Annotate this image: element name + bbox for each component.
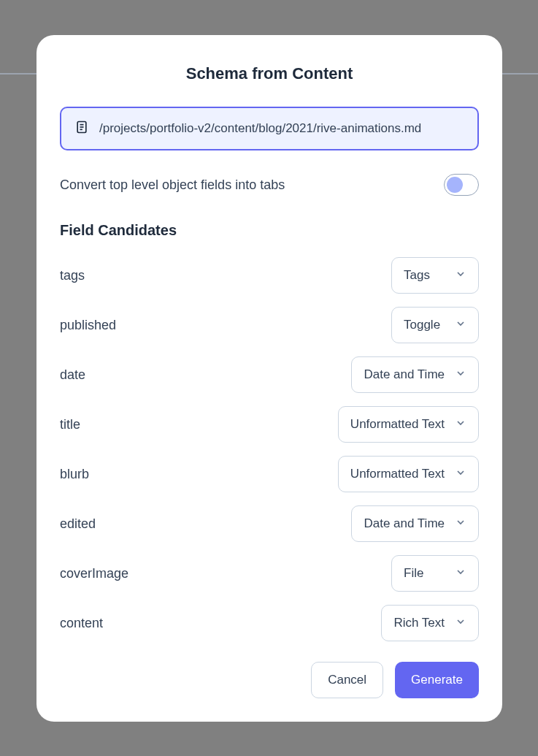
fields-list: tags Tags published Toggle date Date and… <box>60 256 479 644</box>
chevron-down-icon <box>455 318 466 332</box>
field-type-select[interactable]: Date and Time <box>351 356 479 393</box>
field-row: date Date and Time <box>60 356 479 394</box>
field-type-select[interactable]: Unformatted Text <box>338 406 479 443</box>
field-row: blurb Unformatted Text <box>60 455 479 493</box>
field-name-label: coverImage <box>60 566 128 581</box>
convert-tabs-row: Convert top level object fields into tab… <box>60 174 479 196</box>
field-type-value: Unformatted Text <box>350 467 445 481</box>
field-name-label: published <box>60 318 116 333</box>
chevron-down-icon <box>455 616 466 630</box>
field-type-select[interactable]: Tags <box>391 257 479 294</box>
field-type-value: Tags <box>404 268 430 283</box>
field-row: coverImage File <box>60 554 479 592</box>
field-name-label: tags <box>60 268 85 283</box>
field-type-value: File <box>404 566 423 581</box>
file-path-input[interactable]: /projects/portfolio-v2/content/blog/2021… <box>60 107 479 150</box>
chevron-down-icon <box>455 566 466 581</box>
field-type-value: Date and Time <box>364 516 445 531</box>
chevron-down-icon <box>455 367 466 382</box>
field-name-label: blurb <box>60 467 89 482</box>
document-icon <box>74 120 89 137</box>
field-name-label: title <box>60 417 80 432</box>
field-row: tags Tags <box>60 256 479 294</box>
chevron-down-icon <box>455 268 466 283</box>
file-path-text: /projects/portfolio-v2/content/blog/2021… <box>99 121 421 136</box>
field-row: published Toggle <box>60 306 479 344</box>
field-name-label: date <box>60 367 85 383</box>
field-type-select[interactable]: Unformatted Text <box>338 456 479 492</box>
field-row: content Rich Text <box>60 604 479 642</box>
field-name-label: edited <box>60 516 96 532</box>
field-candidates-heading: Field Candidates <box>60 222 479 239</box>
field-type-select[interactable]: File <box>391 555 479 592</box>
chevron-down-icon <box>455 516 466 531</box>
field-type-select[interactable]: Date and Time <box>351 505 479 542</box>
field-type-value: Rich Text <box>393 616 445 630</box>
toggle-knob <box>447 177 463 193</box>
field-type-value: Toggle <box>404 318 440 332</box>
convert-tabs-toggle[interactable] <box>444 174 479 196</box>
modal-title: Schema from Content <box>60 64 479 83</box>
chevron-down-icon <box>455 467 466 481</box>
field-name-label: content <box>60 616 103 631</box>
field-type-value: Unformatted Text <box>350 417 445 432</box>
chevron-down-icon <box>455 417 466 432</box>
field-type-select[interactable]: Rich Text <box>381 605 479 641</box>
generate-button[interactable]: Generate <box>395 662 479 698</box>
field-type-select[interactable]: Toggle <box>391 307 479 343</box>
schema-modal: Schema from Content /projects/portfolio-… <box>36 35 502 722</box>
convert-tabs-label: Convert top level object fields into tab… <box>60 177 285 193</box>
modal-actions: Cancel Generate <box>60 662 479 698</box>
field-row: title Unformatted Text <box>60 405 479 443</box>
cancel-button[interactable]: Cancel <box>311 662 383 698</box>
field-type-value: Date and Time <box>364 367 445 382</box>
field-row: edited Date and Time <box>60 505 479 543</box>
